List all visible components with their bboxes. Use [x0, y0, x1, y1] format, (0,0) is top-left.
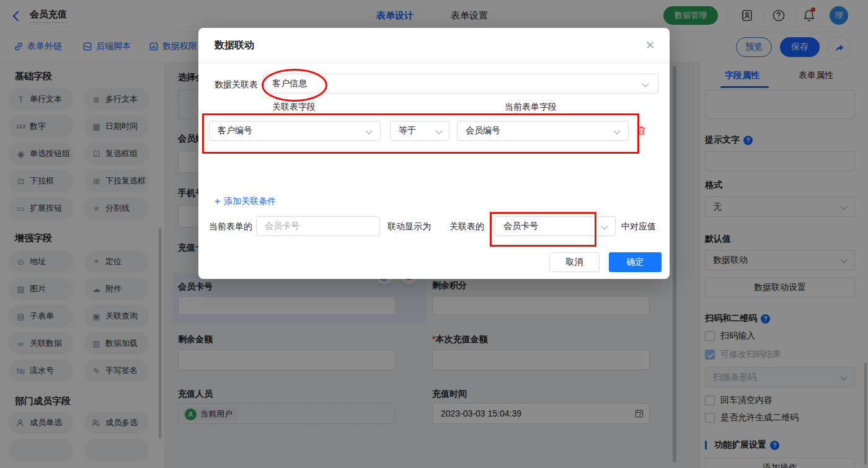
- display-rule-middle: 联动显示为: [388, 221, 431, 232]
- related-field-select[interactable]: 会员卡号: [495, 216, 616, 236]
- chevron-down-icon: [601, 223, 608, 229]
- chevron-down-icon: [435, 127, 442, 134]
- display-rule-prefix: 当前表单的: [209, 221, 252, 232]
- column-header-right: 当前表单字段: [505, 102, 557, 113]
- link-table-value: 客户信息: [272, 78, 307, 89]
- current-form-field-input[interactable]: 会员卡号: [256, 216, 380, 236]
- add-condition-link[interactable]: + 添加关联条件: [215, 196, 276, 207]
- trash-icon: [636, 125, 647, 136]
- add-condition-label: 添加关联条件: [224, 196, 276, 207]
- link-table-select[interactable]: 客户信息: [264, 74, 658, 94]
- related-field-value: 会员卡号: [503, 221, 538, 232]
- condition-operator-value: 等于: [399, 125, 416, 136]
- cancel-button[interactable]: 取消: [549, 252, 600, 272]
- confirm-button[interactable]: 确定: [609, 252, 662, 272]
- modal-divider: [198, 63, 670, 63]
- data-linkage-modal: 数据联动 ✕ 数据关联表 客户信息 关联表字段 当前表单字段 客户编号 等于 会…: [198, 28, 670, 279]
- condition-operator-select[interactable]: 等于: [390, 121, 450, 141]
- link-table-label: 数据关联表: [215, 79, 258, 91]
- close-icon[interactable]: ✕: [645, 38, 655, 52]
- chevron-down-icon: [642, 80, 649, 87]
- condition-right-select[interactable]: 会员编号: [457, 121, 629, 141]
- chevron-down-icon: [365, 127, 372, 134]
- condition-left-value: 客户编号: [218, 125, 252, 136]
- current-form-field-value: 会员卡号: [265, 221, 299, 232]
- display-rule-suffix: 中对应值: [621, 221, 656, 232]
- delete-condition-button[interactable]: [636, 125, 647, 136]
- column-header-left: 关联表字段: [272, 102, 316, 113]
- plus-icon: +: [215, 196, 220, 207]
- condition-left-select[interactable]: 客户编号: [209, 121, 381, 141]
- modal-title: 数据联动: [215, 39, 254, 52]
- app-root: 会员充值 表单设计 表单设置 数据管理: [0, 0, 868, 468]
- display-rule-rel-prefix: 关联表的: [450, 221, 484, 232]
- condition-right-value: 会员编号: [466, 125, 500, 136]
- chevron-down-icon: [613, 127, 620, 134]
